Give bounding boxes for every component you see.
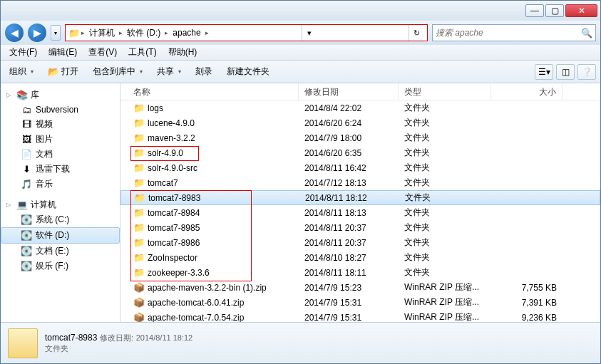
menu-tools[interactable]: 工具(T)	[123, 45, 162, 60]
sidebar-item[interactable]: ⬇迅雷下载	[1, 162, 120, 177]
cell-type: 文件夹	[399, 101, 491, 115]
close-button[interactable]: ✕	[565, 4, 597, 17]
status-meta-label: 修改日期:	[100, 333, 133, 342]
cell-date: 2014/8/11 20:37	[299, 237, 399, 249]
back-button[interactable]: ◀	[5, 24, 24, 42]
sidebar-group-computer[interactable]: 💻计算机	[1, 197, 120, 212]
cell-name[interactable]: 📁solr-4.9.0	[120, 147, 299, 160]
cell-name[interactable]: 📁maven-3.2.2	[120, 132, 299, 145]
table-row[interactable]: 📁ZooInspector2014/8/10 18:27文件夹	[120, 250, 600, 265]
table-row[interactable]: 📁tomcat7-89842014/8/11 18:13文件夹	[120, 205, 600, 220]
file-name: tomcat7-8984	[148, 208, 200, 218]
cell-type: 文件夹	[399, 236, 491, 249]
sidebar-item[interactable]: 🎵音乐	[1, 177, 120, 192]
sidebar-item[interactable]: 💽系统 (C:)	[1, 212, 120, 227]
table-row[interactable]: 📁solr-4.9.0-src2014/8/11 16:42文件夹	[120, 160, 600, 175]
table-row[interactable]: 📁tomcat72014/7/12 18:13文件夹	[120, 175, 600, 190]
minimize-button[interactable]: —	[525, 4, 544, 17]
cell-name[interactable]: 📁tomcat7-8985	[120, 222, 299, 234]
chevron-right-icon[interactable]: ▸	[80, 29, 86, 36]
sidebar-item[interactable]: 💽娱乐 (F:)	[1, 259, 120, 274]
column-name[interactable]: 名称	[120, 83, 299, 100]
menu-file[interactable]: 文件(F)	[4, 45, 43, 60]
share-button[interactable]: 共享	[153, 63, 185, 80]
chevron-right-icon[interactable]: ▸	[163, 29, 170, 36]
table-row[interactable]: 📁logs2014/8/4 22:02文件夹	[120, 100, 600, 115]
sidebar-item[interactable]: 🗂Subversion	[1, 103, 120, 117]
addr-drop-icon[interactable]: ▾	[302, 25, 317, 41]
folder-icon: 📁	[133, 132, 145, 144]
sidebar-group-libraries[interactable]: 📚库	[1, 88, 120, 103]
cell-date: 2014/6/20 6:35	[299, 147, 399, 159]
burn-button[interactable]: 刻录	[191, 63, 217, 80]
table-row[interactable]: 📦apache-tomcat-7.0.54.zip2014/7/9 15:31W…	[120, 310, 600, 322]
folder-icon: 📁	[68, 27, 80, 38]
maximize-button[interactable]: ▢	[545, 4, 564, 17]
cell-type: 文件夹	[399, 266, 491, 279]
search-input[interactable]	[436, 28, 581, 38]
cell-name[interactable]: 📁tomcat7-8983	[121, 192, 299, 204]
menu-help[interactable]: 帮助(H)	[163, 45, 203, 60]
table-row[interactable]: 📁lucene-4.9.02014/6/20 6:24文件夹	[120, 115, 600, 130]
status-meta-value: 2014/8/11 18:12	[136, 333, 193, 342]
cell-date: 2014/7/9 15:23	[299, 282, 399, 293]
cell-name[interactable]: 📁tomcat7	[120, 177, 299, 189]
cell-name[interactable]: 📦apache-maven-3.2.2-bin (1).zip	[120, 281, 299, 294]
sidebar-item[interactable]: 💽文档 (E:)	[1, 244, 120, 259]
include-button[interactable]: 包含到库中	[88, 63, 147, 80]
item-icon: 🗂	[21, 104, 32, 115]
column-type[interactable]: 类型	[399, 83, 491, 100]
search-icon[interactable]: 🔍	[581, 27, 592, 38]
breadcrumb[interactable]: apache	[170, 25, 203, 41]
menu-view[interactable]: 查看(V)	[83, 45, 123, 60]
cell-name[interactable]: 📦apache-tomcat-7.0.54.zip	[120, 311, 299, 323]
folder-icon: 📁	[133, 267, 145, 279]
refresh-button[interactable]: ↻	[409, 25, 424, 41]
item-icon: 🎵	[21, 179, 32, 190]
table-row[interactable]: 📁zookeeper-3.3.62014/8/11 18:11文件夹	[120, 265, 600, 280]
cell-name[interactable]: 📁lucene-4.9.0	[120, 117, 299, 130]
chevron-right-icon[interactable]: ▸	[118, 29, 124, 36]
table-row[interactable]: 📦apache-maven-3.2.2-bin (1).zip2014/7/9 …	[120, 280, 600, 295]
breadcrumb[interactable]: 软件 (D:)	[124, 25, 163, 41]
cell-name[interactable]: 📁zookeeper-3.3.6	[120, 266, 299, 279]
item-icon: 🖼	[21, 134, 32, 145]
sidebar-label: 计算机	[31, 199, 56, 211]
table-row[interactable]: 📁maven-3.2.22014/7/9 18:00文件夹	[120, 130, 600, 145]
forward-button[interactable]: ▶	[28, 24, 46, 42]
menu-edit[interactable]: 编辑(E)	[43, 45, 83, 60]
cell-type: WinRAR ZIP 压缩...	[399, 281, 491, 294]
breadcrumb[interactable]: 计算机	[86, 25, 118, 41]
cell-name[interactable]: 📁logs	[120, 102, 299, 115]
table-row[interactable]: 📦apache-tomcat-6.0.41.zip2014/7/9 15:31W…	[120, 295, 600, 310]
sidebar-item[interactable]: 💽软件 (D:)	[1, 227, 120, 244]
table-row[interactable]: 📁solr-4.9.02014/6/20 6:35文件夹	[120, 145, 600, 160]
search-box[interactable]: 🔍	[432, 24, 596, 41]
sidebar-item[interactable]: 🎞视频	[1, 117, 120, 132]
cell-size: 9,236 KB	[491, 312, 563, 323]
cell-type: 文件夹	[399, 251, 491, 264]
chevron-right-icon[interactable]: ▸	[204, 29, 210, 36]
cell-name[interactable]: 📦apache-tomcat-6.0.41.zip	[120, 296, 299, 309]
preview-pane-button[interactable]: ◫	[556, 64, 575, 80]
table-row[interactable]: 📁tomcat7-89832014/8/11 18:12文件夹	[120, 190, 600, 205]
table-row[interactable]: 📁tomcat7-89852014/8/11 20:37文件夹	[120, 220, 600, 235]
cell-name[interactable]: 📁solr-4.9.0-src	[120, 162, 299, 175]
new-folder-button[interactable]: 新建文件夹	[222, 63, 274, 80]
view-mode-button[interactable]: ☰▾	[535, 64, 553, 80]
file-name: zookeeper-3.3.6	[148, 268, 210, 278]
sidebar-item[interactable]: 📄文档	[1, 147, 120, 162]
table-row[interactable]: 📁tomcat7-89862014/8/11 20:37文件夹	[120, 235, 600, 250]
cell-name[interactable]: 📁ZooInspector	[120, 251, 299, 264]
organize-button[interactable]: 组织	[5, 63, 38, 80]
status-text: tomcat7-8983 修改日期: 2014/8/11 18:12 文件夹	[45, 332, 192, 354]
cell-name[interactable]: 📁tomcat7-8986	[120, 236, 299, 249]
column-size[interactable]: 大小	[491, 83, 563, 100]
open-button[interactable]: 📂打开	[43, 63, 83, 80]
sidebar-item[interactable]: 🖼图片	[1, 132, 120, 147]
help-button[interactable]: ❔	[577, 64, 596, 80]
column-date[interactable]: 修改日期	[299, 83, 399, 100]
cell-name[interactable]: 📁tomcat7-8984	[120, 207, 299, 219]
history-dropdown[interactable]: ▾	[51, 25, 61, 41]
address-bar[interactable]: 📁 ▸ 计算机 ▸ 软件 (D:) ▸ apache ▸ ▾ ↻	[65, 24, 428, 41]
